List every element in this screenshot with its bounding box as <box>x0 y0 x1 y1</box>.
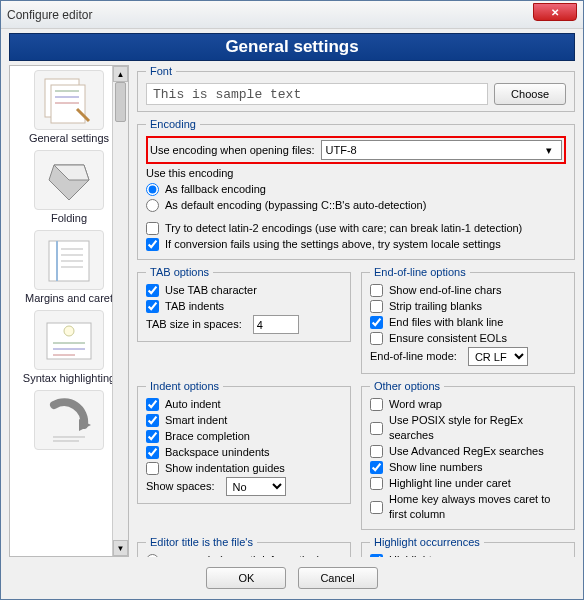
showspaces-select[interactable]: No <box>226 477 286 496</box>
category-list-inner: General settings Folding Margins and car… <box>10 66 128 556</box>
nav-item-syntax[interactable]: Syntax highlighting <box>10 310 128 384</box>
guides-check[interactable] <box>146 462 159 475</box>
nameonly-label: name only (no path information) <box>165 553 320 557</box>
cancel-button[interactable]: Cancel <box>298 567 378 589</box>
nav-thumb-folding-icon <box>34 150 104 210</box>
eol-consistent-label: Ensure consistent EOLs <box>389 331 507 346</box>
backspace-check[interactable] <box>146 446 159 459</box>
scroll-thumb[interactable] <box>115 82 126 122</box>
eol-legend: End-of-line options <box>370 266 470 278</box>
svg-point-14 <box>64 326 74 336</box>
showspaces-label: Show spaces: <box>146 479 214 494</box>
eol-show-check[interactable] <box>370 284 383 297</box>
hloccur-label: Highlight occurrences <box>389 553 495 557</box>
nav-item-next[interactable] <box>10 390 128 450</box>
tab-legend: TAB options <box>146 266 213 278</box>
nav-thumb-margins-icon <box>34 230 104 290</box>
scroll-up-icon[interactable]: ▲ <box>113 66 128 82</box>
backspace-label: Backspace unindents <box>165 445 270 460</box>
close-button[interactable]: ✕ <box>533 3 577 21</box>
dialog-body: General settings Folding Margins and car… <box>1 61 583 561</box>
page-title: General settings <box>9 33 575 61</box>
encoding-group: Encoding Use encoding when opening files… <box>137 118 575 260</box>
use-this-encoding-label: Use this encoding <box>146 166 566 181</box>
smart-indent-label: Smart indent <box>165 413 227 428</box>
advregex-check[interactable] <box>370 445 383 458</box>
default-enc-label: As default encoding (bypassing C::B's au… <box>165 198 426 213</box>
eol-mode-select[interactable]: CR LF <box>468 347 528 366</box>
advregex-label: Use Advanced RegEx searches <box>389 444 544 459</box>
nav-label: Folding <box>51 212 87 224</box>
close-icon: ✕ <box>551 7 559 18</box>
tab-size-spinner[interactable] <box>253 315 299 334</box>
homekey-check[interactable] <box>370 501 383 514</box>
brace-label: Brace completion <box>165 429 250 444</box>
encoding-legend: Encoding <box>146 118 200 130</box>
use-tab-label: Use TAB character <box>165 283 257 298</box>
wrap-label: Word wrap <box>389 397 442 412</box>
other-group: Other options Word wrap Use POSIX style … <box>361 380 575 530</box>
hlline-check[interactable] <box>370 477 383 490</box>
eol-endblank-check[interactable] <box>370 316 383 329</box>
encoding-value: UTF-8 <box>326 144 357 156</box>
default-enc-radio[interactable] <box>146 199 159 212</box>
occur-legend: Highlight occurrences <box>370 536 484 548</box>
eol-strip-label: Strip trailing blanks <box>389 299 482 314</box>
indent-legend: Indent options <box>146 380 223 392</box>
smart-indent-check[interactable] <box>146 414 159 427</box>
auto-indent-check[interactable] <box>146 398 159 411</box>
nav-thumb-next-icon <box>34 390 104 450</box>
nav-thumb-general-icon <box>34 70 104 130</box>
nav-label: Margins and caret <box>25 292 113 304</box>
posix-check[interactable] <box>370 422 383 435</box>
eol-endblank-label: End files with blank line <box>389 315 503 330</box>
wrap-check[interactable] <box>370 398 383 411</box>
window-title: Configure editor <box>7 8 92 22</box>
encoding-select[interactable]: UTF-8 ▾ <box>321 140 562 160</box>
latin2-check[interactable] <box>146 222 159 235</box>
nav-label: General settings <box>29 132 109 144</box>
encoding-use-label: Use encoding when opening files: <box>150 144 315 156</box>
linenum-check[interactable] <box>370 461 383 474</box>
choose-font-button[interactable]: Choose <box>494 83 566 105</box>
nav-item-folding[interactable]: Folding <box>10 150 128 224</box>
homekey-label: Home key always moves caret to first col… <box>389 492 566 522</box>
tab-indents-check[interactable] <box>146 300 159 313</box>
nav-item-margins[interactable]: Margins and caret <box>10 230 128 304</box>
encoding-highlight: Use encoding when opening files: UTF-8 ▾ <box>146 136 566 164</box>
nav-label: Syntax highlighting <box>23 372 115 384</box>
nav-scrollbar[interactable]: ▲ ▼ <box>112 66 128 556</box>
eol-group: End-of-line options Show end-of-line cha… <box>361 266 575 374</box>
auto-indent-label: Auto indent <box>165 397 221 412</box>
use-tab-check[interactable] <box>146 284 159 297</box>
brace-check[interactable] <box>146 430 159 443</box>
indent-group: Indent options Auto indent Smart indent … <box>137 380 351 504</box>
fallback-label: As fallback encoding <box>165 182 266 197</box>
font-legend: Font <box>146 65 176 77</box>
tab-group: TAB options Use TAB character TAB indent… <box>137 266 351 342</box>
convfail-check[interactable] <box>146 238 159 251</box>
hlline-label: Highlight line under caret <box>389 476 511 491</box>
settings-panel: Font This is sample text Choose Encoding… <box>129 65 575 557</box>
eol-mode-label: End-of-line mode: <box>370 349 457 364</box>
other-legend: Other options <box>370 380 444 392</box>
titlebar[interactable]: Configure editor ✕ <box>1 1 583 29</box>
tab-size-label: TAB size in spaces: <box>146 317 242 332</box>
eol-consistent-check[interactable] <box>370 332 383 345</box>
nav-item-general[interactable]: General settings <box>10 70 128 144</box>
posix-label: Use POSIX style for RegEx searches <box>389 413 566 443</box>
convfail-label: If conversion fails using the settings a… <box>165 237 501 252</box>
scroll-down-icon[interactable]: ▼ <box>113 540 128 556</box>
category-list: General settings Folding Margins and car… <box>9 65 129 557</box>
nameonly-radio[interactable] <box>146 554 159 557</box>
linenum-label: Show line numbers <box>389 460 483 475</box>
dialog-footer: OK Cancel <box>1 561 583 595</box>
fallback-radio[interactable] <box>146 183 159 196</box>
font-group: Font This is sample text Choose <box>137 65 575 112</box>
occur-group: Highlight occurrences Highlight occurren… <box>361 536 575 557</box>
tab-indents-label: TAB indents <box>165 299 224 314</box>
hloccur-check[interactable] <box>370 554 383 557</box>
nav-thumb-syntax-icon <box>34 310 104 370</box>
eol-strip-check[interactable] <box>370 300 383 313</box>
ok-button[interactable]: OK <box>206 567 286 589</box>
